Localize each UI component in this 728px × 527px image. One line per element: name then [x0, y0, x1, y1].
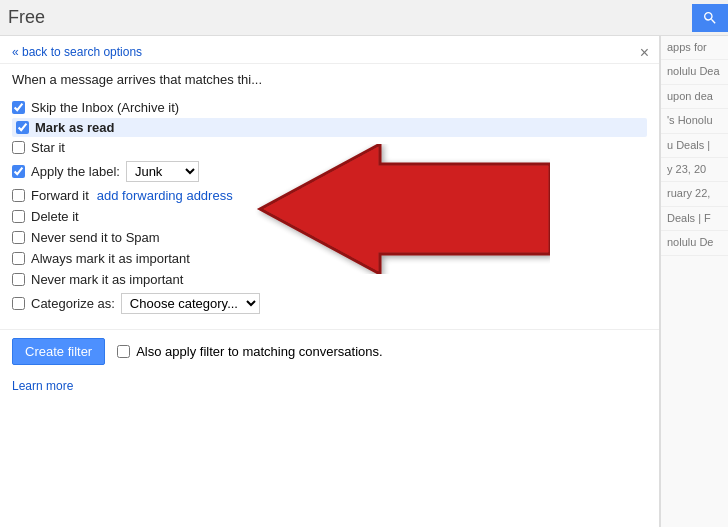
- filter-description: When a message arrives that matches thi.…: [0, 64, 659, 93]
- sidebar-item-5[interactable]: u Deals |: [661, 134, 728, 158]
- sidebar-item-1[interactable]: apps for: [661, 36, 728, 60]
- option-always-important: Always mark it as important: [12, 248, 647, 269]
- option-delete-it: Delete it: [12, 206, 647, 227]
- skip-inbox-checkbox[interactable]: [12, 101, 25, 114]
- categorize-label[interactable]: Categorize as:: [31, 296, 115, 311]
- delete-it-label[interactable]: Delete it: [31, 209, 79, 224]
- option-categorize: Categorize as: Choose category... Social…: [12, 290, 647, 317]
- apply-label-checkbox[interactable]: [12, 165, 25, 178]
- also-apply-label[interactable]: Also apply filter to matching conversati…: [136, 344, 382, 359]
- option-forward-it: Forward it add forwarding address: [12, 185, 647, 206]
- mark-as-read-label[interactable]: Mark as read: [35, 120, 115, 135]
- option-apply-label: Apply the label: Junk Inbox Starred: [12, 158, 647, 185]
- sidebar-item-6[interactable]: y 23, 20: [661, 158, 728, 182]
- back-link[interactable]: « back to search options: [12, 45, 142, 59]
- search-button[interactable]: [692, 4, 728, 32]
- add-forwarding-link[interactable]: add forwarding address: [97, 188, 233, 203]
- always-important-label[interactable]: Always mark it as important: [31, 251, 190, 266]
- option-never-spam: Never send it to Spam: [12, 227, 647, 248]
- filter-footer: Create filter Also apply filter to match…: [0, 329, 659, 373]
- category-dropdown[interactable]: Choose category... Social Promotions Upd…: [121, 293, 260, 314]
- forward-it-label[interactable]: Forward it: [31, 188, 89, 203]
- star-it-label[interactable]: Star it: [31, 140, 65, 155]
- learn-more-link[interactable]: Learn more: [0, 373, 659, 397]
- sidebar-item-3[interactable]: upon dea: [661, 85, 728, 109]
- search-icon: [702, 10, 718, 26]
- forward-it-checkbox[interactable]: [12, 189, 25, 202]
- option-star-it: Star it: [12, 137, 647, 158]
- delete-it-checkbox[interactable]: [12, 210, 25, 223]
- sidebar-item-4[interactable]: 's Honolu: [661, 109, 728, 133]
- close-button[interactable]: ×: [640, 44, 649, 62]
- option-skip-inbox: Skip the Inbox (Archive it): [12, 97, 647, 118]
- categorize-checkbox[interactable]: [12, 297, 25, 310]
- never-important-checkbox[interactable]: [12, 273, 25, 286]
- apply-label-label[interactable]: Apply the label:: [31, 164, 120, 179]
- star-it-checkbox[interactable]: [12, 141, 25, 154]
- create-filter-button[interactable]: Create filter: [12, 338, 105, 365]
- sidebar-item-9[interactable]: nolulu De: [661, 231, 728, 255]
- option-never-important: Never mark it as important: [12, 269, 647, 290]
- right-sidebar: apps for nolulu Dea upon dea 's Honolu u…: [660, 36, 728, 527]
- skip-inbox-label[interactable]: Skip the Inbox (Archive it): [31, 100, 179, 115]
- label-dropdown[interactable]: Junk Inbox Starred: [126, 161, 199, 182]
- sidebar-item-2[interactable]: nolulu Dea: [661, 60, 728, 84]
- sidebar-item-8[interactable]: Deals | F: [661, 207, 728, 231]
- never-important-label[interactable]: Never mark it as important: [31, 272, 183, 287]
- never-spam-label[interactable]: Never send it to Spam: [31, 230, 160, 245]
- app-title: Free: [8, 7, 720, 28]
- mark-as-read-checkbox[interactable]: [16, 121, 29, 134]
- sidebar-item-7[interactable]: ruary 22,: [661, 182, 728, 206]
- option-mark-as-read: Mark as read: [12, 118, 647, 137]
- always-important-checkbox[interactable]: [12, 252, 25, 265]
- also-apply-checkbox[interactable]: [117, 345, 130, 358]
- never-spam-checkbox[interactable]: [12, 231, 25, 244]
